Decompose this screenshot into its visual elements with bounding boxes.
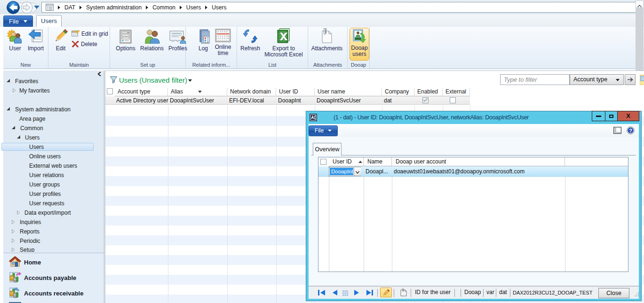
- svg-text:?: ?: [629, 128, 632, 133]
